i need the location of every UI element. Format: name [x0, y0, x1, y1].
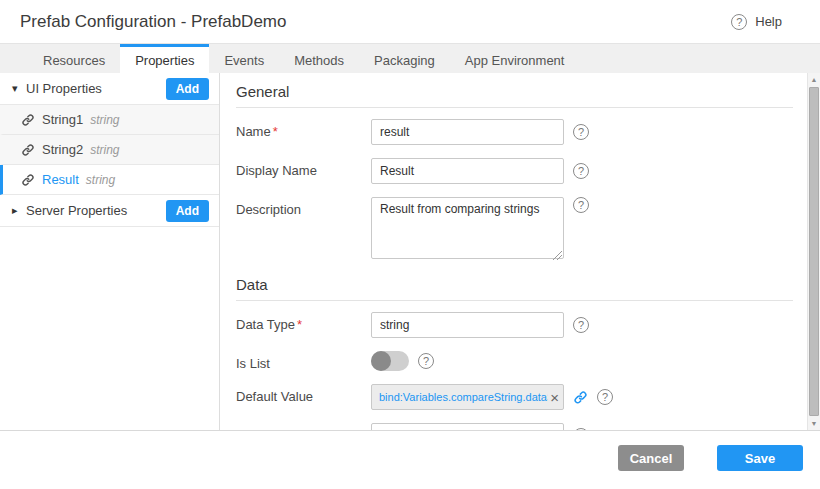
property-name: String1 [42, 112, 83, 127]
ui-properties-label: UI Properties [26, 81, 166, 96]
scrollbar-track[interactable] [808, 86, 820, 417]
name-help-icon[interactable]: ? [573, 124, 589, 140]
default-value-binding-chip[interactable]: bind:Variables.compareString.dataSet... … [371, 384, 564, 410]
scroll-up-icon[interactable]: ▲ [808, 73, 820, 86]
add-server-property-button[interactable]: Add [166, 200, 209, 222]
description-help-icon[interactable]: ? [573, 197, 589, 213]
scroll-down-icon[interactable]: ▼ [808, 417, 820, 430]
help-button[interactable]: ? Help [731, 14, 782, 30]
general-section-title: General [236, 83, 793, 108]
display-name-input[interactable] [371, 158, 564, 184]
display-name-label: Display Name [236, 158, 371, 178]
data-section-title: Data [236, 276, 793, 301]
toggle-knob [371, 351, 391, 371]
display-name-row: Display Name ? [236, 158, 793, 184]
property-name: Result [42, 172, 79, 187]
binding-expression: bind:Variables.compareString.dataSet... [379, 391, 548, 403]
dialog-body: ▾ UI Properties Add String1 string Strin… [0, 73, 820, 431]
binding-type-label: Binding Type [236, 423, 371, 430]
link-icon [21, 143, 35, 157]
clear-binding-icon[interactable]: × [548, 390, 561, 405]
is-list-help-icon[interactable]: ? [418, 353, 434, 369]
tab-methods[interactable]: Methods [279, 44, 359, 73]
link-icon [21, 113, 35, 127]
name-input[interactable] [371, 119, 564, 145]
property-type: string [90, 113, 119, 127]
data-type-row: Data Type* ? [236, 312, 793, 338]
is-list-row: Is List ? [236, 351, 793, 371]
name-row: Name* ? [236, 119, 793, 145]
dialog-footer: Cancel Save [0, 431, 820, 489]
cancel-button[interactable]: Cancel [618, 445, 684, 471]
default-value-help-icon[interactable]: ? [597, 389, 613, 405]
data-type-input[interactable] [371, 312, 564, 338]
tab-resources[interactable]: Resources [28, 44, 120, 73]
save-button[interactable]: Save [717, 445, 803, 471]
tab-properties[interactable]: Properties [120, 44, 209, 73]
binding-type-value: out-bound [379, 429, 433, 430]
ui-properties-section-header[interactable]: ▾ UI Properties Add [0, 73, 219, 105]
tab-events[interactable]: Events [209, 44, 279, 73]
binding-type-select[interactable]: out-bound ▼ [371, 423, 564, 430]
tab-app-environment[interactable]: App Environment [450, 44, 580, 73]
tab-packaging[interactable]: Packaging [359, 44, 450, 73]
data-type-help-icon[interactable]: ? [573, 317, 589, 333]
help-icon: ? [731, 14, 747, 30]
caret-right-icon: ▸ [12, 204, 26, 217]
property-type: string [90, 143, 119, 157]
property-type: string [86, 173, 115, 187]
required-marker: * [273, 124, 278, 139]
add-ui-property-button[interactable]: Add [166, 78, 209, 100]
help-label: Help [755, 14, 782, 29]
description-label: Description [236, 197, 371, 217]
server-properties-section-header[interactable]: ▸ Server Properties Add [0, 195, 219, 227]
binding-type-help-icon[interactable]: ? [573, 428, 589, 430]
tab-bar: Resources Properties Events Methods Pack… [0, 43, 820, 73]
data-type-label: Data Type* [236, 312, 371, 332]
sidebar-item-string2[interactable]: String2 string [0, 135, 219, 165]
description-textarea[interactable]: Result from comparing strings [371, 197, 564, 259]
scrollbar-thumb[interactable] [809, 87, 819, 416]
server-properties-label: Server Properties [26, 203, 166, 218]
vertical-scrollbar[interactable]: ▲ ▼ [807, 73, 820, 430]
default-value-label: Default Value [236, 384, 371, 404]
is-list-label: Is List [236, 351, 371, 371]
description-row: Description Result from comparing string… [236, 197, 793, 263]
titlebar: Prefab Configuration - PrefabDemo ? Help [0, 0, 820, 43]
properties-sidebar: ▾ UI Properties Add String1 string Strin… [0, 73, 220, 430]
required-marker: * [297, 317, 302, 332]
sidebar-item-result[interactable]: Result string [0, 165, 219, 195]
is-list-toggle[interactable] [371, 351, 409, 371]
caret-down-icon: ▾ [12, 82, 26, 95]
property-form: General Name* ? Display Name ? Descripti [220, 73, 807, 430]
default-value-row: Default Value bind:Variables.compareStri… [236, 384, 793, 410]
name-label: Name* [236, 119, 371, 139]
property-name: String2 [42, 142, 83, 157]
binding-type-row: Binding Type out-bound ▼ ? [236, 423, 793, 430]
display-name-help-icon[interactable]: ? [573, 163, 589, 179]
link-icon [21, 173, 35, 187]
bind-link-icon[interactable] [573, 390, 588, 405]
dialog-title: Prefab Configuration - PrefabDemo [20, 12, 286, 32]
prefab-configuration-dialog: Prefab Configuration - PrefabDemo ? Help… [0, 0, 820, 489]
sidebar-item-string1[interactable]: String1 string [0, 105, 219, 135]
